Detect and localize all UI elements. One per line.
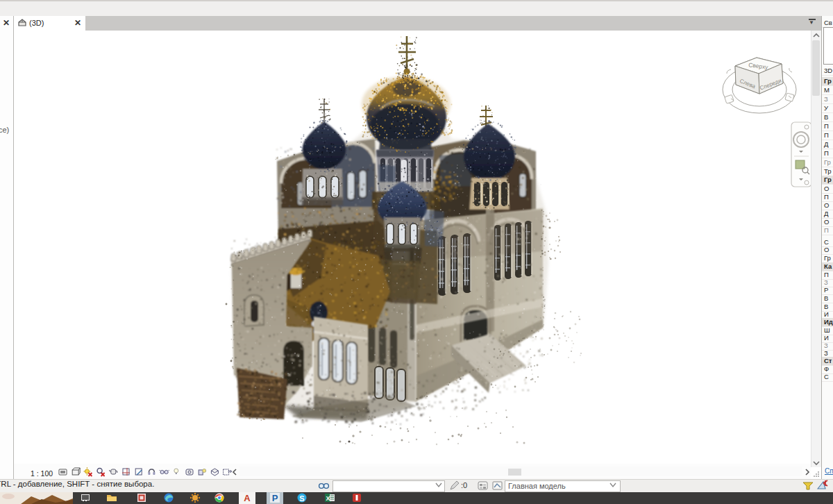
svg-text:A: A bbox=[244, 493, 251, 503]
svg-text:X: X bbox=[326, 495, 330, 502]
svg-text:S: S bbox=[299, 494, 304, 503]
svg-text:Р: Р bbox=[272, 493, 278, 503]
